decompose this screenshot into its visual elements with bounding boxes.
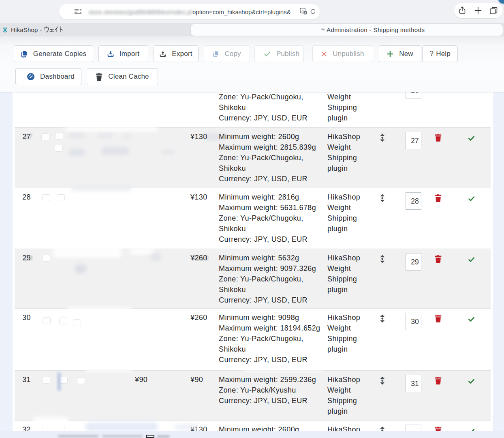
svg-text:A: A xyxy=(301,9,304,13)
svg-text:a: a xyxy=(305,11,306,14)
